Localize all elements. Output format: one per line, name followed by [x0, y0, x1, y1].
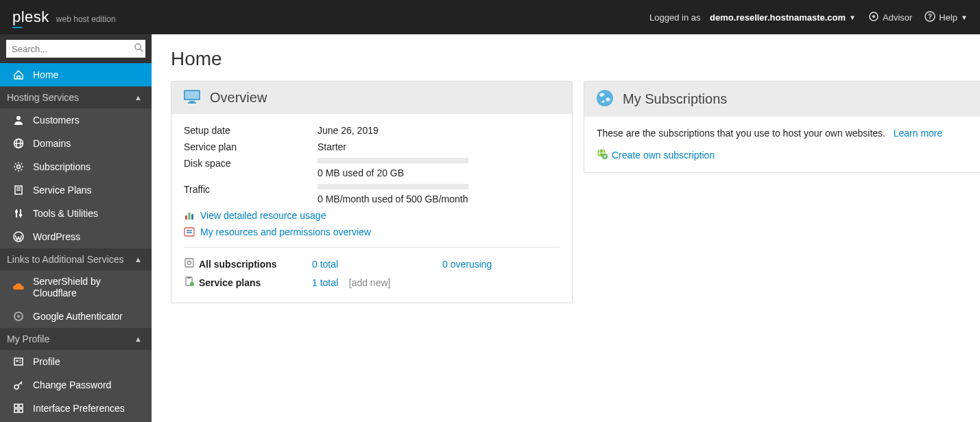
- svg-point-10: [17, 165, 21, 169]
- svg-text:?: ?: [928, 13, 932, 21]
- sidebar-item-label: ServerShield by Cloudflare: [33, 276, 139, 299]
- svg-line-16: [21, 169, 23, 171]
- brand-area[interactable]: plesk web host edition: [12, 8, 116, 26]
- svg-rect-43: [188, 102, 196, 104]
- sidebar-item-label: Google Authenticator: [33, 311, 123, 322]
- sidebar-item-google-auth[interactable]: Google Authenticator: [0, 305, 152, 328]
- traffic-usage-text: 0 MB/month used of 500 GB/month: [318, 194, 560, 204]
- subscription-icon: [184, 257, 199, 270]
- help-icon: ?: [924, 11, 935, 24]
- caret-down-icon: ▼: [849, 14, 856, 21]
- svg-line-35: [21, 383, 22, 384]
- svg-rect-44: [185, 215, 187, 220]
- svg-rect-25: [19, 214, 22, 216]
- caret-down-icon: ▼: [961, 14, 968, 21]
- sidebar-item-label: Domains: [33, 138, 71, 149]
- gear-icon: [12, 161, 25, 173]
- sidebar-item-label: Tools & Utilities: [33, 208, 98, 219]
- sidebar-item-label: Home: [33, 69, 58, 80]
- sidebar-item-profile[interactable]: Profile: [0, 350, 152, 373]
- search-icon[interactable]: [132, 43, 145, 55]
- sidebar-item-label: Interface Preferences: [33, 403, 125, 414]
- search-wrap: [0, 34, 152, 63]
- help-label: Help: [939, 12, 957, 23]
- detailed-usage-link[interactable]: View detailed resource usage: [184, 210, 560, 221]
- learn-more-link[interactable]: Learn more: [894, 128, 943, 139]
- sidebar-item-change-password[interactable]: Change Password: [0, 373, 152, 397]
- sidebar-item-label: Service Plans: [33, 185, 92, 196]
- disk-usage-text: 0 MB used of 20 GB: [318, 167, 560, 178]
- sidebar-item-servershield[interactable]: ServerShield by Cloudflare: [0, 270, 152, 305]
- sidebar-section-hosting[interactable]: Hosting Services ▲: [0, 86, 152, 108]
- sidebar-item-label: WordPress: [33, 231, 80, 242]
- help-menu[interactable]: ? Help ▼: [924, 11, 968, 24]
- overview-header: Overview: [171, 82, 572, 114]
- setup-date-value: June 26, 2019: [318, 125, 560, 136]
- monitor-icon: [182, 89, 202, 107]
- search-input[interactable]: [6, 44, 132, 54]
- section-label: Hosting Services: [7, 92, 79, 103]
- service-plans-total-link[interactable]: 1 total: [312, 277, 338, 288]
- sidebar-item-label: Profile: [33, 356, 60, 367]
- all-subscriptions-row: All subscriptions 0 total 0 overusing: [184, 255, 560, 273]
- sidebar-item-subscriptions[interactable]: Subscriptions: [0, 155, 152, 178]
- svg-rect-29: [14, 358, 23, 365]
- svg-point-51: [188, 261, 191, 265]
- globe-icon: [12, 137, 25, 150]
- sidebar-item-interface-prefs[interactable]: Interface Preferences: [0, 397, 152, 420]
- sidebar-item-domains[interactable]: Domains: [0, 132, 152, 155]
- cloudflare-icon: [12, 281, 25, 294]
- link-label: View detailed resource usage: [200, 210, 326, 221]
- wordpress-icon: [12, 231, 25, 243]
- sidebar-section-links[interactable]: Links to Additional Services ▲: [0, 248, 152, 270]
- sidebar-item-label: Subscriptions: [33, 161, 91, 172]
- sidebar-item-label: Change Password: [33, 379, 111, 390]
- traffic-label: Traffic: [184, 184, 318, 204]
- page-title: Home: [171, 48, 980, 70]
- svg-rect-39: [19, 409, 23, 412]
- svg-rect-50: [185, 259, 193, 267]
- disk-space-label: Disk space: [184, 158, 318, 178]
- add-globe-icon: [597, 148, 608, 161]
- svg-rect-42: [189, 101, 195, 102]
- sidebar-item-home[interactable]: Home: [0, 63, 152, 86]
- brand-name: plesk: [12, 8, 49, 26]
- create-subscription-label: Create own subscription: [612, 150, 715, 161]
- plan-icon: [12, 184, 25, 196]
- service-plan-value: Starter: [318, 141, 560, 152]
- key-icon: [12, 379, 25, 391]
- svg-rect-53: [187, 277, 191, 279]
- sidebar-item-tools[interactable]: Tools & Utilities: [0, 202, 152, 225]
- sidebar-item-service-plans[interactable]: Service Plans: [0, 178, 152, 202]
- svg-point-54: [190, 282, 194, 286]
- my-subscriptions-header: My Subscriptions: [584, 82, 980, 117]
- section-label: Links to Additional Services: [7, 254, 123, 265]
- sidebar-section-profile[interactable]: My Profile ▲: [0, 328, 152, 350]
- link-label: My resources and permissions overview: [200, 226, 371, 237]
- username: demo.reseller.hostnamaste.com: [710, 12, 846, 23]
- my-subscriptions-panel: My Subscriptions These are the subscript…: [584, 81, 980, 173]
- add-new-service-plan-link[interactable]: [add new]: [349, 277, 391, 288]
- all-subs-overusing-link[interactable]: 0 overusing: [442, 259, 560, 270]
- grid-icon: [12, 402, 25, 414]
- svg-rect-36: [14, 404, 18, 408]
- sidebar-item-wordpress[interactable]: WordPress: [0, 225, 152, 248]
- service-plans-stat-label: Service plans: [199, 277, 312, 288]
- topbar: plesk web host edition Logged in as demo…: [0, 0, 980, 34]
- svg-line-17: [15, 169, 16, 171]
- my-subscriptions-title: My Subscriptions: [623, 91, 727, 107]
- advisor-link[interactable]: Advisor: [868, 11, 912, 24]
- user-icon: [12, 114, 25, 126]
- divider: [184, 247, 560, 248]
- resources-overview-link[interactable]: My resources and permissions overview: [184, 226, 560, 237]
- sidebar: Home Hosting Services ▲ Customers Domain…: [0, 34, 152, 422]
- svg-point-4: [135, 44, 141, 49]
- chevron-up-icon: ▲: [134, 93, 142, 102]
- sidebar-item-customers[interactable]: Customers: [0, 108, 152, 132]
- svg-line-18: [21, 163, 23, 165]
- svg-point-6: [16, 116, 21, 120]
- all-subs-total-link[interactable]: 0 total: [312, 259, 442, 270]
- user-menu[interactable]: Logged in as demo.reseller.hostnamaste.c…: [649, 12, 856, 23]
- create-subscription-link[interactable]: Create own subscription: [597, 148, 972, 161]
- svg-point-28: [17, 315, 20, 318]
